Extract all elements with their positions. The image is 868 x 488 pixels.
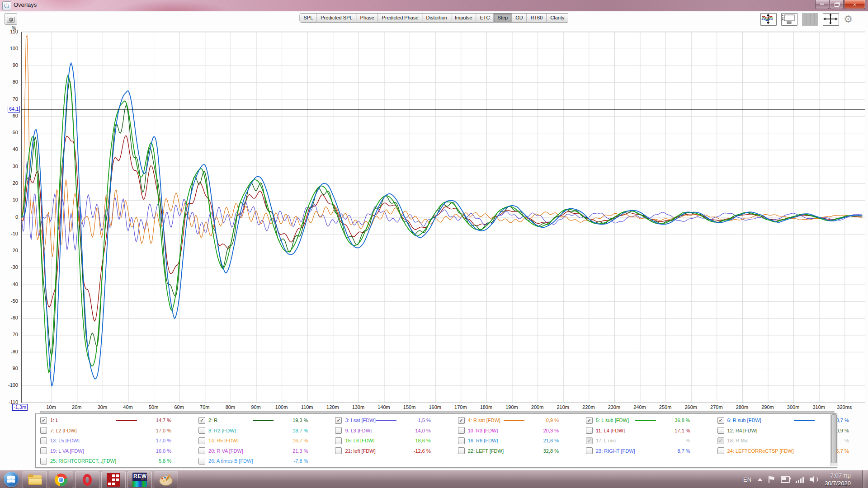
grid-columns-icon[interactable] xyxy=(802,13,818,26)
legend-item[interactable]: ✓1: L14,7 % xyxy=(37,415,195,426)
clock[interactable]: 7:07 πμ 30/7/2020 xyxy=(825,472,863,487)
tab-impulse[interactable]: Impulse xyxy=(451,13,476,23)
legend-item[interactable]: ✓18: R Mic% xyxy=(714,436,868,446)
window-titlebar[interactable]: Overlays × xyxy=(0,0,868,11)
legend-label[interactable]: 22: LEFT [FDW] xyxy=(468,448,504,454)
tab-clarity[interactable]: Clarity xyxy=(547,13,568,23)
hidden-icons-arrow[interactable] xyxy=(757,478,763,481)
tab-predicted-phase[interactable]: Predicted Phase xyxy=(378,13,423,23)
legend-label[interactable]: 19: L VA [FDW] xyxy=(50,448,84,454)
legend-checkbox[interactable] xyxy=(586,447,593,454)
legend-checkbox[interactable] xyxy=(198,447,205,454)
taskbar-app-opera[interactable] xyxy=(75,471,99,488)
legend-item[interactable]: 12: R4 [FDW]20,9 % xyxy=(714,426,868,436)
legend-item[interactable]: 15: L6 [FDW]18,6 % xyxy=(331,436,454,446)
tab-rt60[interactable]: RT60 xyxy=(527,13,547,23)
legend-checkbox[interactable] xyxy=(458,427,465,434)
legend-item[interactable]: 23: RIGHT [FDW]8,7 % xyxy=(582,446,714,456)
legend-label[interactable]: 1: L xyxy=(50,418,58,423)
legend-item[interactable]: 26: A times B [FDW]-7,8 % xyxy=(195,456,331,466)
legend-item[interactable]: 14: R5 [FDW]16,7 % xyxy=(195,436,331,446)
legend-label[interactable]: 2: R xyxy=(208,418,217,423)
legend-checkbox[interactable]: ✓ xyxy=(335,417,342,424)
legend-item[interactable]: 25: RIGHTCORRECT...[FDW]5,8 % xyxy=(37,456,195,466)
legend-checkbox[interactable] xyxy=(335,447,342,454)
legend-checkbox[interactable] xyxy=(458,437,465,444)
legend-label[interactable]: 10: R3 [FDW] xyxy=(468,428,498,433)
legend-checkbox[interactable]: ✓ xyxy=(40,417,47,424)
legend-label[interactable]: 20: R VA [FDW] xyxy=(208,448,243,454)
tab-phase[interactable]: Phase xyxy=(357,13,378,23)
legend-checkbox[interactable]: ✓ xyxy=(717,437,724,444)
legend-checkbox[interactable]: ✓ xyxy=(198,417,205,424)
axis-limits-icon[interactable] xyxy=(781,13,797,26)
legend-item[interactable]: 20: R VA [FDW]21,3 % xyxy=(195,446,331,456)
legend-item[interactable]: 7: L2 [FDW]17,0 % xyxy=(37,426,195,436)
legend-label[interactable]: 5: L sub [FDW] xyxy=(596,418,629,423)
legend-label[interactable]: 24: LEFTCORReCTSP [FDW] xyxy=(727,448,794,454)
legend-checkbox[interactable] xyxy=(198,437,205,444)
taskbar-app-explorer[interactable] xyxy=(23,471,47,488)
legend-checkbox[interactable]: ✓ xyxy=(717,417,724,424)
tab-step[interactable]: Step xyxy=(494,13,512,23)
legend-item[interactable]: 8: R2 [FDW]18,7 % xyxy=(195,426,331,436)
legend-checkbox[interactable] xyxy=(335,437,342,444)
legend-checkbox[interactable] xyxy=(40,458,47,465)
legend-checkbox[interactable]: ✓ xyxy=(586,417,593,424)
taskbar-app-paint[interactable] xyxy=(154,471,178,488)
legend-scrollbar[interactable] xyxy=(830,414,837,466)
legend-label[interactable]: 4: R sat [FDW] xyxy=(468,418,500,423)
action-center-flag-icon[interactable] xyxy=(769,476,775,483)
legend-label[interactable]: 13: L5 [FDW] xyxy=(50,438,80,443)
legend-label[interactable]: 16: R6 [FDW] xyxy=(468,438,498,443)
legend-label[interactable]: 15: L6 [FDW] xyxy=(345,438,374,443)
legend-checkbox[interactable] xyxy=(40,447,47,454)
legend-label[interactable]: 6: R sub [FDW] xyxy=(727,418,761,423)
legend-label[interactable]: 14: R5 [FDW] xyxy=(208,438,239,443)
camera-capture-button[interactable] xyxy=(5,13,17,25)
legend-checkbox[interactable] xyxy=(198,458,205,465)
legend-checkbox[interactable] xyxy=(717,427,724,434)
power-plug-icon[interactable] xyxy=(781,476,790,483)
legend-checkbox[interactable] xyxy=(717,447,724,454)
legend-item[interactable]: 13: L5 [FDW]17,0 % xyxy=(37,436,195,446)
legend-label[interactable]: 7: L2 [FDW] xyxy=(50,428,77,433)
tab-etc[interactable]: ETC xyxy=(476,13,494,23)
legend-checkbox[interactable] xyxy=(458,447,465,454)
legend-item[interactable]: 24: LEFTCORReCTSP [FDW]15,7 % xyxy=(714,446,868,456)
legend-label[interactable]: 12: R4 [FDW] xyxy=(727,428,758,433)
volume-icon[interactable] xyxy=(810,476,819,483)
legend-label[interactable]: 18: R Mic xyxy=(727,438,748,443)
legend-checkbox[interactable] xyxy=(586,427,593,434)
legend-item[interactable]: ✓3: I sat [FDW]-1,5 % xyxy=(331,415,454,426)
legend-checkbox[interactable]: ✓ xyxy=(586,437,593,444)
restore-button[interactable] xyxy=(830,0,844,9)
legend-item[interactable]: 9: L3 [FDW]14,0 % xyxy=(331,426,454,436)
legend-checkbox[interactable] xyxy=(40,437,47,444)
legend-item[interactable]: ✓4: R sat [FDW]-0,9 % xyxy=(454,415,582,426)
legend-item[interactable]: 21: left [FDW]-12,6 % xyxy=(331,446,454,456)
tab-gd[interactable]: GD xyxy=(512,13,527,23)
legend-label[interactable]: 3: I sat [FDW] xyxy=(345,418,375,423)
pan-arrows-icon[interactable] xyxy=(823,13,839,26)
legend-label[interactable]: 25: RIGHTCORRECT...[FDW] xyxy=(50,458,116,464)
tab-spl[interactable]: SPL xyxy=(299,13,317,23)
minimize-button[interactable] xyxy=(815,0,829,9)
legend-checkbox[interactable] xyxy=(198,427,205,434)
legend-item[interactable]: 10: R3 [FDW]20,3 % xyxy=(454,426,582,436)
legend-label[interactable]: 23: RIGHT [FDW] xyxy=(596,448,635,454)
close-button[interactable]: × xyxy=(844,0,865,9)
legend-item[interactable]: 11: L4 [FDW]17,1 % xyxy=(582,426,714,436)
legend-label[interactable]: 11: L4 [FDW] xyxy=(596,428,625,433)
settings-gear-icon[interactable]: ⚙ xyxy=(844,14,853,25)
legend-item[interactable]: 22: LEFT [FDW]32,8 % xyxy=(454,446,582,456)
legend-checkbox[interactable] xyxy=(40,427,47,434)
network-signal-icon[interactable] xyxy=(796,476,804,483)
taskbar-app-red-grid[interactable] xyxy=(101,471,126,488)
legend-checkbox[interactable] xyxy=(335,427,342,434)
legend-item[interactable]: ✓5: L sub [FDW]36,8 % xyxy=(582,415,714,426)
legend-item[interactable]: 19: L VA [FDW]16,0 % xyxy=(37,446,195,456)
legend-item[interactable]: ✓2: R19,3 % xyxy=(195,415,331,426)
legend-item[interactable]: ✓17: L mic% xyxy=(582,436,714,446)
tab-predicted-spl[interactable]: Predicted SPL xyxy=(317,13,356,23)
